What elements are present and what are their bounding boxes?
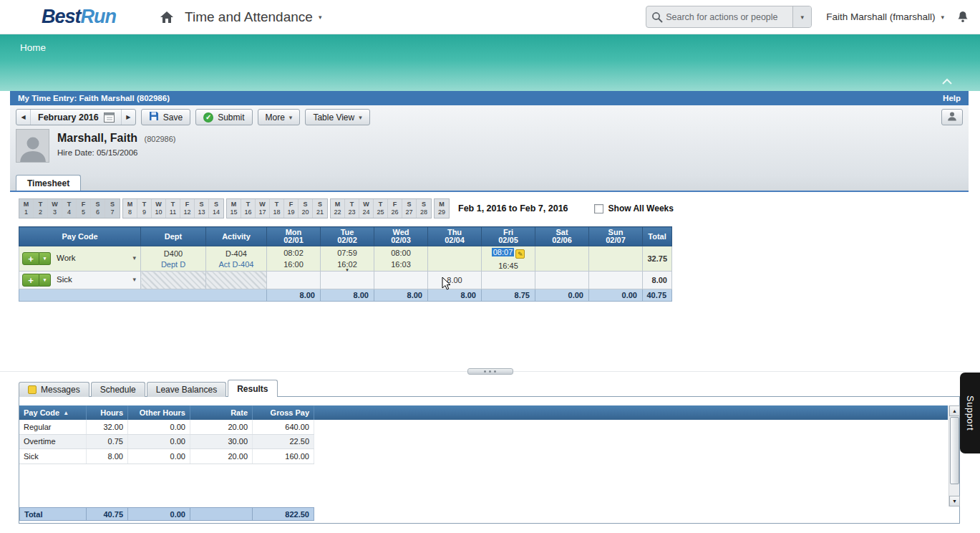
tab-timesheet[interactable]: Timesheet: [16, 175, 81, 191]
time-in-editing[interactable]: 08:07: [492, 248, 515, 256]
pay-code-cell[interactable]: +▾Work▾: [19, 246, 141, 272]
results-col-header-other-hours[interactable]: Other Hours: [128, 405, 190, 420]
results-scrollbar[interactable]: ▲ ▼: [949, 405, 959, 506]
time-cell[interactable]: 08:0016:03: [374, 246, 428, 272]
user-menu[interactable]: Faith Marshall (fmarshall) ▾: [826, 11, 944, 22]
results-col-header-rate[interactable]: Rate: [190, 405, 253, 420]
time-cell[interactable]: [535, 272, 589, 289]
panel-resize-handle[interactable]: [467, 368, 513, 375]
day-number: 20: [299, 208, 312, 218]
person-icon: [947, 111, 957, 123]
col-header-sun: Sun02/07: [589, 227, 643, 246]
day-number: 22: [331, 208, 344, 218]
results-panel: Pay Code▲HoursOther HoursRateGross Pay R…: [19, 396, 960, 524]
scrollbar-thumb[interactable]: [950, 417, 959, 484]
add-row-button[interactable]: +: [22, 252, 39, 265]
prev-period-button[interactable]: ◀: [16, 110, 31, 125]
support-tab[interactable]: Support: [960, 373, 980, 453]
help-link[interactable]: Help: [943, 94, 961, 102]
week-day: W24: [359, 199, 374, 218]
pay-code-dropdown-icon[interactable]: ▾: [132, 254, 136, 261]
results-col-header-hours[interactable]: Hours: [87, 405, 128, 420]
collapse-chevron-up-icon[interactable]: [941, 78, 953, 85]
calendar-icon[interactable]: [104, 112, 115, 123]
add-row-dropdown-button[interactable]: ▾: [39, 252, 51, 265]
pay-code-dropdown-icon[interactable]: ▾: [132, 276, 136, 283]
more-button[interactable]: More ▾: [258, 109, 301, 125]
day-total: 8.00: [374, 289, 428, 302]
week-group-4[interactable]: M22T23W24T25F26S27S28: [330, 198, 432, 219]
week-day: T4: [62, 199, 77, 218]
time-cell[interactable]: 08:0216:00: [267, 246, 321, 272]
col-header-fri: Fri02/05: [482, 227, 535, 246]
week-day: S6: [91, 199, 105, 218]
chevron-down-icon: ▾: [289, 114, 293, 121]
week-group-5[interactable]: M29: [434, 198, 450, 219]
add-row-dropdown-button[interactable]: ▾: [39, 274, 51, 287]
day-total: 8.75: [482, 289, 535, 302]
search-input[interactable]: [666, 12, 792, 22]
search-dropdown-button[interactable]: ▾: [792, 6, 811, 27]
week-group-3[interactable]: M15T16W17T18F19S20S21: [226, 198, 328, 219]
search-box[interactable]: ▾: [646, 6, 812, 28]
day-letter: W: [256, 199, 269, 208]
day-letter: T: [166, 199, 180, 208]
time-cell[interactable]: [374, 272, 428, 289]
tab-leave-balances[interactable]: Leave Balances: [147, 382, 226, 397]
week-group-1[interactable]: M1T2W3T4F5S6S7: [19, 198, 120, 219]
time-cell[interactable]: [267, 272, 321, 289]
dept-name-link[interactable]: Dept D: [141, 260, 205, 269]
result-gross-pay: 160.00: [253, 449, 314, 464]
time-cell[interactable]: 07:5916:02▼: [321, 246, 374, 272]
total-rate: [190, 507, 253, 521]
save-label: Save: [163, 112, 183, 123]
result-rate: 20.00: [190, 449, 253, 464]
tab-schedule[interactable]: Schedule: [91, 382, 145, 397]
time-cell[interactable]: [535, 246, 589, 272]
show-all-weeks-checkbox[interactable]: [594, 204, 603, 213]
total-label: Total: [19, 507, 87, 521]
day-letter: S: [195, 199, 208, 208]
week-group-2[interactable]: M8T9W10T11F12S13S14: [122, 198, 224, 219]
time-cell[interactable]: [321, 272, 374, 289]
results-col-header-gross-pay[interactable]: Gross Pay: [253, 405, 314, 420]
day-number: 12: [180, 208, 194, 218]
time-entry-header: My Time Entry: Faith Marshall (802986) H…: [10, 91, 969, 105]
tab-results[interactable]: Results: [228, 380, 277, 397]
bestrun-logo[interactable]: BestRun: [42, 6, 116, 28]
scroll-up-button[interactable]: ▲: [949, 405, 960, 416]
activity-name-link[interactable]: Act D-404: [206, 260, 266, 269]
total-other-hours: 0.00: [128, 507, 190, 521]
time-cell[interactable]: [589, 272, 643, 289]
time-cell[interactable]: [428, 246, 482, 272]
time-cell[interactable]: [589, 246, 643, 272]
next-period-button[interactable]: ▶: [121, 110, 135, 125]
time-cell[interactable]: [482, 272, 535, 289]
day-number: 10: [152, 208, 165, 218]
show-all-weeks[interactable]: Show All Weeks: [594, 203, 674, 213]
module-title-label: Time and Attendance: [185, 9, 313, 25]
save-button[interactable]: Save: [141, 109, 190, 125]
person-view-button[interactable]: [941, 109, 963, 125]
col-header-mon: Mon02/01: [267, 227, 321, 246]
time-cell[interactable]: 08:07✎16:45: [482, 246, 535, 272]
add-row-button[interactable]: +: [22, 274, 39, 287]
home-icon[interactable]: [160, 11, 173, 23]
week-day: W17: [256, 199, 270, 218]
breadcrumb-home[interactable]: Home: [20, 42, 46, 53]
time-entry-title: My Time Entry: Faith Marshall (802986): [18, 94, 170, 102]
pay-code-cell[interactable]: +▾Sick▾: [19, 272, 141, 289]
time-in: 08:00: [374, 249, 427, 257]
module-title-menu[interactable]: Time and Attendance ▾: [185, 9, 321, 25]
results-col-header-pay-code[interactable]: Pay Code▲: [19, 405, 87, 420]
scroll-down-button[interactable]: ▼: [949, 496, 960, 506]
save-icon: [149, 111, 159, 123]
time-cell[interactable]: 8.00: [428, 272, 482, 289]
notifications-bell-icon[interactable]: [957, 11, 969, 23]
submit-button[interactable]: ✓ Submit: [195, 109, 252, 125]
dept-cell[interactable]: D400Dept D: [141, 246, 206, 272]
table-view-button[interactable]: Table View ▾: [305, 109, 369, 125]
tab-messages[interactable]: Messages: [19, 382, 89, 397]
activity-cell[interactable]: D-404Act D-404: [206, 246, 267, 272]
day-totals-row: 8.008.008.008.008.750.000.0040.75: [19, 289, 672, 302]
